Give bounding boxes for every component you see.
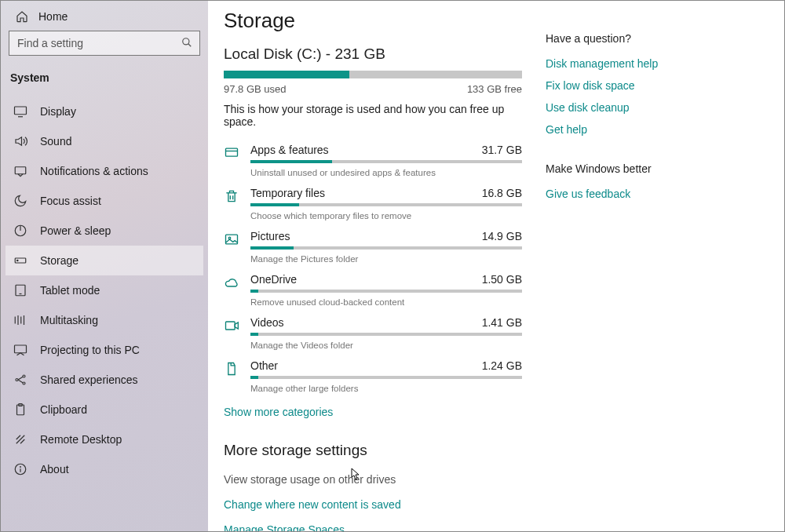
sound-icon [13, 134, 27, 148]
intro-text: This is how your storage is used and how… [224, 103, 522, 128]
home-link[interactable]: Home [5, 7, 203, 31]
apps-icon [224, 144, 250, 161]
sidebar-item-label: About [40, 463, 69, 476]
feedback-link[interactable]: Give us feedback [546, 188, 679, 200]
power-icon [13, 224, 27, 238]
category-desc: Manage the Pictures folder [250, 254, 522, 264]
show-more-categories-link[interactable]: Show more categories [224, 406, 333, 418]
storage-bar [224, 71, 522, 78]
trash-icon [224, 187, 250, 204]
category-row-pictures[interactable]: Pictures14.9 GBManage the Pictures folde… [224, 222, 522, 265]
sidebar-item-remote-desktop[interactable]: Remote Desktop [5, 425, 203, 454]
sidebar-item-tablet-mode[interactable]: Tablet mode [5, 275, 203, 305]
sidebar-item-shared-experiences[interactable]: Shared experiences [5, 365, 203, 395]
sidebar-item-label: Sound [40, 135, 71, 148]
help-link[interactable]: Get help [546, 123, 679, 136]
category-name: Temporary files [250, 187, 325, 199]
svg-point-16 [16, 379, 18, 381]
category-name: Videos [250, 316, 284, 329]
sidebar-item-sound[interactable]: Sound [5, 126, 203, 156]
main-content: Storage Local Disk (C:) - 231 GB 97.8 GB… [208, 1, 784, 531]
storage-icon [13, 253, 27, 268]
category-size: 1.24 GB [482, 359, 522, 372]
help-link[interactable]: Use disk cleanup [546, 101, 679, 114]
sidebar-item-power-sleep[interactable]: Power & sleep [5, 216, 203, 246]
sidebar-item-label: Notifications & actions [40, 165, 148, 177]
home-label: Home [38, 10, 68, 23]
shared-icon [13, 373, 27, 387]
settings-sidebar: Home System DisplaySoundNotifications & … [1, 1, 208, 531]
clipboard-icon [13, 403, 27, 417]
page-title: Storage [224, 9, 522, 33]
search-icon [181, 37, 192, 48]
svg-rect-15 [15, 345, 27, 353]
sidebar-item-projecting-to-this-pc[interactable]: Projecting to this PC [5, 335, 203, 365]
category-size: 14.9 GB [482, 230, 522, 242]
svg-rect-4 [15, 167, 26, 174]
question-header: Have a question? [546, 32, 679, 45]
more-settings-link[interactable]: Change where new content is saved [224, 498, 522, 511]
sidebar-item-label: Clipboard [40, 403, 87, 416]
display-icon [13, 104, 27, 118]
sidebar-item-label: Focus assist [40, 195, 101, 207]
category-desc: Manage the Videos folder [250, 341, 522, 350]
sidebar-item-label: Shared experiences [40, 373, 138, 386]
sidebar-item-label: Display [40, 105, 76, 118]
svg-point-17 [23, 375, 25, 377]
svg-point-23 [20, 467, 21, 468]
category-desc: Remove unused cloud-backed content [250, 297, 522, 307]
category-name: OneDrive [250, 273, 297, 286]
category-bar [250, 246, 522, 250]
storage-bar-fill [224, 71, 349, 78]
sidebar-item-label: Storage [40, 254, 78, 267]
remote-icon [13, 432, 27, 446]
view-other-drives-link[interactable]: View storage usage on other drives [224, 473, 522, 486]
sidebar-item-label: Power & sleep [40, 224, 111, 237]
svg-point-18 [23, 382, 25, 384]
pictures-icon [224, 230, 250, 247]
category-row-onedrive[interactable]: OneDrive1.50 GBRemove unused cloud-backe… [224, 265, 522, 308]
category-bar [250, 160, 522, 163]
sidebar-item-clipboard[interactable]: Clipboard [5, 395, 203, 425]
category-row-apps-features[interactable]: Apps & features31.7 GBUninstall unused o… [224, 136, 522, 179]
videos-icon [224, 316, 250, 333]
sidebar-category-header: System [5, 64, 203, 97]
home-icon [15, 10, 29, 23]
category-bar [250, 376, 522, 379]
disk-title: Local Disk (C:) - 231 GB [224, 46, 522, 63]
category-bar [250, 290, 522, 293]
help-link[interactable]: Fix low disk space [546, 79, 679, 92]
multitasking-icon [13, 313, 27, 327]
category-bar [250, 333, 522, 336]
help-link[interactable]: Disk management help [546, 57, 679, 70]
search-input[interactable] [9, 31, 200, 56]
free-label: 133 GB free [467, 83, 522, 95]
sidebar-item-focus-assist[interactable]: Focus assist [5, 186, 203, 216]
more-settings-link[interactable]: Manage Storage Spaces [224, 523, 522, 531]
sidebar-item-multitasking[interactable]: Multitasking [5, 305, 203, 335]
svg-rect-26 [226, 235, 238, 244]
about-icon [13, 462, 27, 476]
other-icon [224, 359, 250, 377]
category-row-temporary-files[interactable]: Temporary files16.8 GBChoose which tempo… [224, 179, 522, 222]
sidebar-item-label: Remote Desktop [40, 433, 122, 446]
sidebar-item-label: Tablet mode [40, 284, 100, 297]
category-size: 16.8 GB [482, 187, 522, 199]
category-size: 1.41 GB [482, 316, 522, 329]
svg-line-1 [188, 44, 192, 47]
category-row-videos[interactable]: Videos1.41 GBManage the Videos folder [224, 308, 522, 352]
sidebar-item-storage[interactable]: Storage [5, 246, 203, 275]
category-desc: Uninstall unused or undesired apps & fea… [250, 168, 522, 177]
category-name: Other [250, 359, 278, 372]
sidebar-item-notifications-actions[interactable]: Notifications & actions [5, 156, 203, 186]
category-name: Apps & features [250, 144, 329, 156]
svg-rect-2 [15, 107, 27, 115]
right-rail: Have a question? Disk management helpFix… [546, 9, 679, 516]
more-settings-header: More storage settings [224, 442, 522, 459]
sidebar-item-display[interactable]: Display [5, 97, 203, 126]
sidebar-item-about[interactable]: About [5, 454, 203, 484]
svg-point-8 [17, 260, 19, 261]
tablet-icon [13, 283, 27, 297]
category-desc: Choose which temporary files to remove [250, 211, 522, 220]
category-row-other[interactable]: Other1.24 GBManage other large folders [224, 352, 522, 395]
